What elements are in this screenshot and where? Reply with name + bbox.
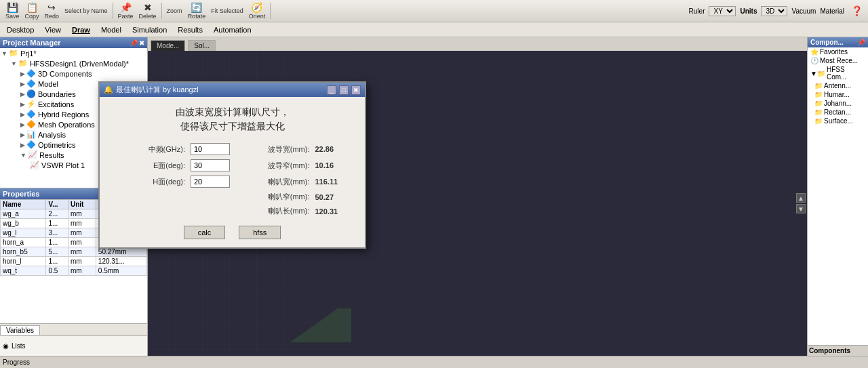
- toolbar-sep-2: [161, 3, 162, 19]
- dialog-title: 最佳喇叭计算 by kuangzl: [116, 85, 199, 95]
- scroll-up-button[interactable]: ▲: [796, 193, 806, 203]
- e-label: E面(deg):: [111, 161, 185, 171]
- paste-button[interactable]: 📌 Paste: [115, 1, 136, 21]
- tree-3dcomponents[interactable]: ▶ 🔷 3D Components: [0, 68, 147, 79]
- right-panel-title-text: Compon...: [810, 39, 844, 46]
- bg-label: 波导窄(mm):: [235, 161, 310, 171]
- dialog-subtitle: 由波束宽度计算喇叭尺寸， 使得该尺寸下增益最大化: [111, 105, 354, 134]
- menubar: Desktop View Draw Model Simulation Resul…: [0, 22, 868, 37]
- units-select[interactable]: 3D: [761, 6, 787, 16]
- save-button[interactable]: 💾 Save: [3, 1, 22, 21]
- dialog-icon: 🔔: [104, 85, 113, 94]
- horn-l-value: 120.31: [315, 207, 355, 216]
- bw-label: 波导宽(mm):: [235, 144, 310, 155]
- dialog-buttons: calc hfss: [111, 226, 354, 239]
- units-label: Units: [740, 7, 757, 15]
- dialog-body: 由波束宽度计算喇叭尺寸， 使得该尺寸下增益最大化 中频(GHz): 波导宽(mm…: [100, 97, 365, 247]
- bw-value: 22.86: [315, 145, 355, 153]
- delete-button[interactable]: ✖ Delete: [136, 1, 159, 21]
- right-mostrecent[interactable]: 🕐Most Rece...: [808, 56, 868, 65]
- material-label: Material: [820, 7, 844, 15]
- fit-selected-button[interactable]: Fit Selected: [208, 6, 246, 16]
- col-value: V...: [46, 200, 68, 209]
- menu-automation[interactable]: Automation: [208, 24, 257, 35]
- orient-button[interactable]: 🧭 Orient: [246, 1, 269, 21]
- viewport-tabs: Mode... Sol...: [148, 37, 807, 51]
- right-panel: Compon... 📌 ⭐Favorites 🕐Most Rece... ▼📁H…: [807, 37, 868, 356]
- right-panel-titlebar: Compon... 📌: [808, 37, 868, 47]
- list-icon: ◉: [3, 342, 9, 350]
- right-tree: ⭐Favorites 🕐Most Rece... ▼📁HFSS Com... 📁…: [808, 47, 868, 345]
- bottom-sub-tabs: Variables: [0, 323, 147, 335]
- toolbar-sep-3: [270, 3, 271, 19]
- right-hfss-com[interactable]: ▼📁HFSS Com...: [808, 65, 868, 81]
- vacuum-label: Vacuum: [791, 7, 816, 15]
- vp-tab-sol[interactable]: Sol...: [188, 40, 216, 51]
- zoom-button[interactable]: Zoom: [164, 6, 185, 16]
- dialog-maximize-button[interactable]: □: [339, 85, 349, 95]
- menu-simulation[interactable]: Simulation: [127, 24, 172, 35]
- horn-b-label: 喇叭窄(mm):: [235, 192, 310, 202]
- horn-a-label: 喇叭宽(mm):: [235, 177, 310, 187]
- scroll-down-button[interactable]: ▼: [796, 204, 806, 213]
- tree-prj1[interactable]: ▼ 📁 Prj1*: [0, 48, 147, 58]
- col-name: Name: [1, 200, 46, 209]
- select-by-name-button[interactable]: Select by Name: [62, 6, 111, 16]
- vp-tab-mode[interactable]: Mode...: [151, 40, 185, 51]
- e-input[interactable]: [191, 159, 230, 171]
- table-row[interactable]: horn_l 1... mm 120.31...: [1, 257, 147, 266]
- dialog-form: 中频(GHz): 波导宽(mm): 22.86 E面(deg): 波导窄(mm)…: [111, 143, 354, 216]
- col-unit: Unit: [68, 200, 96, 209]
- pin-button[interactable]: 📌: [130, 39, 138, 47]
- calc-button[interactable]: calc: [184, 226, 226, 239]
- list-label: Lists: [12, 342, 26, 350]
- components-tab[interactable]: Components: [808, 345, 868, 356]
- ruler-label: Ruler: [689, 7, 705, 15]
- dialog-titlebar: 🔔 最佳喇叭计算 by kuangzl _ □ ✖: [100, 83, 365, 97]
- menu-desktop[interactable]: Desktop: [1, 24, 39, 35]
- bg-value: 10.16: [315, 161, 355, 169]
- toolbar-sep-1: [113, 3, 113, 19]
- help-icon[interactable]: ❓: [848, 5, 865, 16]
- tree-hfssdesign[interactable]: ▼ 📁 HFSSDesign1 (DrivenModal)*: [0, 58, 147, 68]
- project-manager-titlebar: Project Manager 📌 ✖: [0, 37, 147, 48]
- close-panel-button[interactable]: ✖: [139, 39, 144, 47]
- dialog: 🔔 最佳喇叭计算 by kuangzl _ □ ✖ 由波束宽度计算喇叭尺寸， 使…: [98, 81, 366, 249]
- right-surface[interactable]: 📁Surface...: [808, 117, 868, 125]
- menu-model[interactable]: Model: [96, 24, 127, 35]
- h-input[interactable]: [191, 176, 230, 188]
- panel-title-buttons: 📌 ✖: [130, 39, 144, 47]
- dialog-titlebar-icons: _ □ ✖: [327, 85, 361, 95]
- h-label: H面(deg):: [111, 177, 185, 187]
- pin-right-button[interactable]: 📌: [857, 39, 865, 46]
- copy-button[interactable]: 📋 Copy: [22, 1, 42, 21]
- right-johans[interactable]: 📁Johann...: [808, 99, 868, 108]
- dialog-close-button[interactable]: ✖: [351, 85, 361, 95]
- redo-button[interactable]: ↪ Redo: [42, 1, 62, 21]
- xy-select[interactable]: XY: [709, 6, 736, 16]
- right-human[interactable]: 📁Humar...: [808, 90, 868, 99]
- right-favorites[interactable]: ⭐Favorites: [808, 47, 868, 56]
- progress-label: Progress: [3, 359, 30, 366]
- horn-a-value: 116.11: [315, 178, 355, 186]
- project-manager-title: Project Manager: [3, 39, 61, 47]
- horn-b-value: 50.27: [315, 193, 355, 201]
- rotate-button[interactable]: 🔄 Rotate: [185, 1, 209, 21]
- list-panel: ◉ Lists: [0, 335, 147, 356]
- horn-l-label: 喇叭长(mm):: [235, 206, 310, 216]
- right-antenna[interactable]: 📁Antenn...: [808, 81, 868, 90]
- menu-view[interactable]: View: [39, 24, 66, 35]
- dialog-minimize-button[interactable]: _: [327, 85, 336, 95]
- toolbar: 💾 Save 📋 Copy ↪ Redo Select by Name 📌 Pa…: [0, 0, 868, 22]
- freq-input[interactable]: [191, 143, 230, 155]
- right-rectan[interactable]: 📁Rectan...: [808, 108, 868, 117]
- hfss-button[interactable]: hfss: [239, 226, 281, 239]
- menu-results[interactable]: Results: [172, 24, 208, 35]
- table-row[interactable]: wq_t 0.5 mm 0.5mm: [1, 266, 147, 276]
- menu-draw[interactable]: Draw: [66, 24, 96, 35]
- freq-label: 中频(GHz):: [111, 144, 185, 155]
- bottom-statusbar: Progress: [0, 356, 868, 368]
- variables-subtab[interactable]: Variables: [0, 325, 40, 335]
